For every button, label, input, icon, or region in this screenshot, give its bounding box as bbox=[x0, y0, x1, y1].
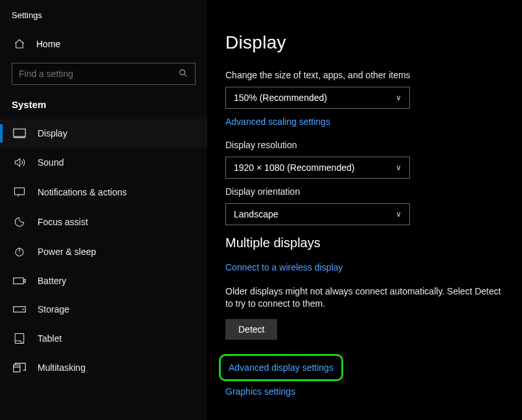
display-icon bbox=[13, 128, 26, 138]
sidebar-item-label: Tablet bbox=[38, 333, 62, 344]
resolution-label: Display resolution bbox=[225, 140, 522, 150]
power-icon bbox=[13, 246, 26, 258]
chevron-down-icon: ∨ bbox=[396, 93, 402, 102]
sound-icon bbox=[13, 157, 26, 168]
resolution-value: 1920 × 1080 (Recommended) bbox=[234, 162, 354, 173]
page-title: Display bbox=[225, 32, 522, 53]
search-input[interactable] bbox=[19, 69, 178, 79]
wireless-display-link[interactable]: Connect to a wireless display bbox=[225, 262, 343, 272]
chevron-down-icon: ∨ bbox=[396, 210, 402, 219]
notifications-icon bbox=[13, 186, 26, 198]
sidebar-item-label: Battery bbox=[38, 276, 66, 286]
sidebar-item-sound[interactable]: Sound bbox=[0, 148, 207, 177]
resolution-dropdown[interactable]: 1920 × 1080 (Recommended) ∨ bbox=[225, 157, 410, 179]
svg-rect-2 bbox=[15, 188, 25, 195]
scale-value: 150% (Recommended) bbox=[234, 93, 327, 103]
sidebar-item-label: Sound bbox=[38, 157, 63, 168]
svg-rect-1 bbox=[14, 129, 25, 137]
sidebar-item-label: Notifications & actions bbox=[38, 187, 127, 197]
highlight-annotation: Advanced display settings bbox=[219, 354, 343, 381]
sidebar-item-storage[interactable]: Storage bbox=[0, 295, 207, 324]
advanced-scaling-link[interactable]: Advanced scaling settings bbox=[225, 116, 330, 127]
home-label: Home bbox=[36, 39, 60, 49]
sidebar-section-label: System bbox=[0, 96, 207, 119]
search-icon bbox=[178, 68, 188, 80]
svg-rect-8 bbox=[15, 334, 24, 344]
multiple-displays-heading: Multiple displays bbox=[225, 236, 522, 250]
storage-icon bbox=[13, 305, 26, 313]
home-button[interactable]: Home bbox=[0, 32, 207, 59]
battery-icon bbox=[13, 276, 26, 285]
advanced-display-settings-link[interactable]: Advanced display settings bbox=[229, 362, 334, 373]
app-title: Settings bbox=[0, 6, 207, 32]
focus-assist-icon bbox=[13, 216, 26, 228]
sidebar-item-power-sleep[interactable]: Power & sleep bbox=[0, 237, 207, 267]
sidebar-item-focus-assist[interactable]: Focus assist bbox=[0, 207, 207, 237]
sidebar-item-label: Focus assist bbox=[38, 217, 88, 227]
sidebar-item-notifications[interactable]: Notifications & actions bbox=[0, 177, 207, 207]
svg-point-7 bbox=[23, 309, 24, 310]
sidebar-item-display[interactable]: Display bbox=[0, 119, 207, 148]
home-icon bbox=[13, 38, 26, 50]
scale-dropdown[interactable]: 150% (Recommended) ∨ bbox=[225, 87, 410, 109]
search-input-container[interactable] bbox=[12, 63, 196, 85]
svg-rect-5 bbox=[24, 280, 25, 283]
orientation-value: Landscape bbox=[234, 209, 278, 219]
multitasking-icon bbox=[13, 362, 26, 373]
orientation-dropdown[interactable]: Landscape ∨ bbox=[225, 203, 410, 225]
detect-button[interactable]: Detect bbox=[225, 319, 277, 340]
chevron-down-icon: ∨ bbox=[396, 163, 402, 172]
graphics-settings-link[interactable]: Graphics settings bbox=[225, 386, 295, 397]
svg-rect-9 bbox=[14, 365, 20, 372]
sidebar-item-label: Storage bbox=[38, 304, 69, 315]
sidebar-item-multitasking[interactable]: Multitasking bbox=[0, 353, 207, 382]
scale-label: Change the size of text, apps, and other… bbox=[225, 70, 522, 80]
main-content: Display Change the size of text, apps, a… bbox=[207, 0, 522, 420]
orientation-label: Display orientation bbox=[225, 186, 522, 197]
svg-rect-4 bbox=[14, 278, 23, 283]
svg-point-0 bbox=[180, 69, 185, 74]
detect-description: Older displays might not always connect … bbox=[225, 285, 510, 310]
sidebar-nav: Display Sound Notifications & actions Fo… bbox=[0, 119, 207, 382]
sidebar-item-label: Multitasking bbox=[38, 362, 85, 373]
sidebar-item-tablet[interactable]: Tablet bbox=[0, 324, 207, 353]
tablet-icon bbox=[13, 333, 26, 344]
sidebar-item-label: Power & sleep bbox=[38, 247, 96, 257]
sidebar-item-label: Display bbox=[38, 128, 67, 138]
sidebar: Settings Home System Display Sound bbox=[0, 0, 207, 420]
sidebar-item-battery[interactable]: Battery bbox=[0, 267, 207, 295]
